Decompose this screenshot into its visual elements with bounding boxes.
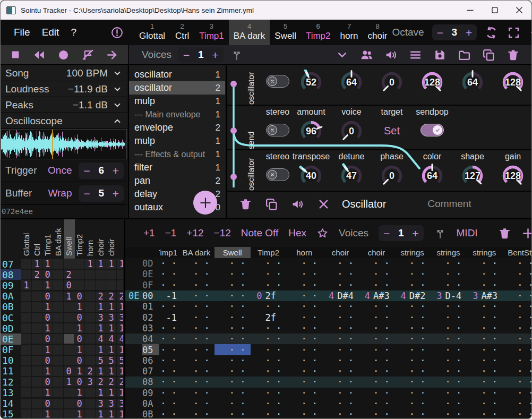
note-track-header-9[interactable]: strings bbox=[466, 247, 502, 258]
order-cell[interactable] bbox=[85, 270, 95, 279]
order-track-header-ctrl[interactable]: Ctrl bbox=[33, 244, 41, 256]
order-cell[interactable]: 3 bbox=[106, 313, 116, 322]
menu-icon[interactable] bbox=[409, 48, 422, 62]
tab-swell[interactable]: 5Swell bbox=[270, 20, 301, 45]
minimize-button[interactable] bbox=[458, 1, 483, 20]
note-cell[interactable]: · · bbox=[251, 258, 287, 269]
note-cell[interactable]: · · bbox=[159, 334, 178, 344]
note-cell[interactable]: · · · bbox=[394, 312, 431, 322]
order-track-header-glottal[interactable]: Glottal bbox=[22, 233, 30, 256]
note-track-header-1[interactable]: BA dark bbox=[178, 247, 214, 258]
note-cell[interactable]: · · · bbox=[466, 388, 502, 398]
order-track-header-ba-dark[interactable]: BA dark bbox=[54, 228, 62, 256]
note-cell[interactable]: · · bbox=[251, 398, 287, 409]
note-cell[interactable]: · · · bbox=[466, 409, 502, 419]
note-cell[interactable]: · · bbox=[159, 269, 178, 279]
note-cell[interactable]: · · bbox=[251, 280, 287, 290]
target-set-button[interactable]: Set bbox=[384, 118, 400, 143]
order-cell[interactable]: 4 bbox=[106, 334, 116, 344]
order-cell[interactable] bbox=[53, 280, 63, 290]
note-cell[interactable]: · · · bbox=[466, 258, 502, 269]
tab-choir[interactable]: 8choir bbox=[363, 20, 392, 45]
note-cell[interactable]: · · · bbox=[502, 290, 532, 301]
note-cell[interactable]: · · · bbox=[214, 398, 251, 409]
note-cell[interactable]: · · · bbox=[286, 366, 322, 377]
note-cell[interactable]: · · · bbox=[178, 323, 214, 334]
pattern-voices-plus-button[interactable]: + bbox=[412, 228, 418, 239]
arrow-right-icon[interactable] bbox=[106, 48, 119, 62]
note-cell[interactable]: · · · bbox=[322, 312, 358, 322]
chevron-down-icon[interactable] bbox=[113, 69, 122, 78]
order-cell[interactable]: 1 bbox=[42, 388, 53, 397]
order-cell[interactable]: 1 bbox=[42, 345, 53, 355]
note-cell[interactable]: · · bbox=[159, 398, 178, 409]
note-cell[interactable]: · · · bbox=[214, 355, 251, 366]
note-cell[interactable]: · · · bbox=[466, 366, 502, 377]
order-cell[interactable] bbox=[21, 270, 31, 279]
note-cell[interactable]: · · · bbox=[322, 269, 358, 279]
note-cell[interactable]: · · bbox=[251, 409, 287, 419]
note-cell[interactable]: · · bbox=[251, 377, 287, 387]
knob-phase[interactable]: 0 bbox=[378, 163, 406, 187]
note-cell[interactable]: · · · bbox=[358, 366, 394, 377]
tab-timp2[interactable]: 6Timp2 bbox=[301, 20, 336, 45]
note-cell[interactable]: · · · bbox=[466, 323, 502, 334]
note-cell[interactable]: · · · bbox=[322, 280, 358, 290]
note-cell[interactable]: · · · bbox=[502, 334, 532, 344]
order-cell[interactable]: 0 bbox=[74, 399, 84, 408]
note-cell[interactable]: · · · bbox=[394, 301, 431, 312]
note-cell[interactable]: -1 bbox=[159, 312, 178, 322]
note-cell[interactable]: · · · bbox=[214, 377, 251, 387]
order-track-header-timp1[interactable]: Timp1 bbox=[44, 234, 52, 256]
note-cell[interactable]: · · · bbox=[431, 280, 467, 290]
menu-edit[interactable]: Edit bbox=[36, 24, 65, 40]
order-cell[interactable]: 3 bbox=[85, 377, 95, 387]
note-cell[interactable]: 2f bbox=[251, 312, 287, 322]
note-cell[interactable]: · · · bbox=[431, 398, 467, 409]
menu-help[interactable]: ? bbox=[65, 24, 82, 40]
note-cell[interactable]: · · bbox=[159, 301, 178, 312]
note-cell[interactable]: · · · bbox=[286, 269, 322, 279]
knob-gain[interactable]: 128 bbox=[499, 163, 527, 187]
note-cell[interactable]: 3D-4 bbox=[431, 290, 467, 301]
note-cell[interactable]: · · · bbox=[358, 312, 394, 322]
toggle-stereo[interactable] bbox=[266, 124, 289, 136]
order-cell[interactable] bbox=[32, 345, 42, 355]
note-cell[interactable]: · · bbox=[251, 323, 287, 334]
order-cell[interactable]: 1 bbox=[42, 302, 53, 312]
note-cell[interactable]: · · · bbox=[358, 355, 394, 366]
note-cell[interactable]: · · · bbox=[394, 344, 431, 355]
note-cell[interactable]: · · · bbox=[322, 377, 358, 387]
note-track-header-10[interactable]: BentStrings bbox=[502, 247, 532, 258]
note-cell[interactable]: · · · bbox=[286, 258, 322, 269]
note-cell[interactable]: · · · bbox=[322, 355, 358, 366]
note-cell[interactable]: · · · bbox=[286, 290, 322, 301]
order-cell[interactable] bbox=[32, 323, 42, 333]
order-cell[interactable]: 0 bbox=[74, 334, 84, 344]
order-cell[interactable]: 1 bbox=[106, 323, 116, 333]
knob-voice[interactable]: 0 bbox=[338, 118, 365, 143]
note-track-header-2[interactable]: Swell bbox=[214, 247, 251, 258]
order-cell[interactable]: 2 bbox=[64, 270, 74, 279]
unit-list-item[interactable]: mulp1 bbox=[129, 134, 225, 148]
unit-comment-placeholder[interactable]: Comment bbox=[427, 198, 471, 210]
note-cell[interactable]: -1 bbox=[159, 290, 178, 301]
order-cell[interactable] bbox=[21, 313, 31, 322]
unit-list-item[interactable]: oscillator1 bbox=[129, 68, 225, 81]
note-cell[interactable]: · · · bbox=[431, 377, 467, 387]
note-cell[interactable]: · · · bbox=[286, 409, 322, 419]
order-cell[interactable]: 1 bbox=[117, 302, 123, 312]
note-cell[interactable]: · · · bbox=[358, 388, 394, 398]
note-cell[interactable]: · · · bbox=[502, 377, 532, 387]
order-cell[interactable] bbox=[96, 270, 106, 279]
note-cell[interactable]: · · · bbox=[431, 409, 467, 419]
order-cell[interactable]: 1 bbox=[96, 409, 106, 419]
order-cell[interactable]: 5 bbox=[117, 356, 123, 365]
note-cell[interactable]: · · bbox=[251, 334, 287, 344]
transpose-button-−1[interactable]: −1 bbox=[165, 227, 177, 239]
order-cell[interactable] bbox=[53, 345, 63, 355]
order-cell[interactable]: 0 bbox=[42, 399, 53, 408]
order-cell[interactable]: 5 bbox=[96, 356, 106, 365]
note-cell[interactable]: · · bbox=[159, 366, 178, 377]
menu-file[interactable]: File bbox=[8, 24, 36, 40]
